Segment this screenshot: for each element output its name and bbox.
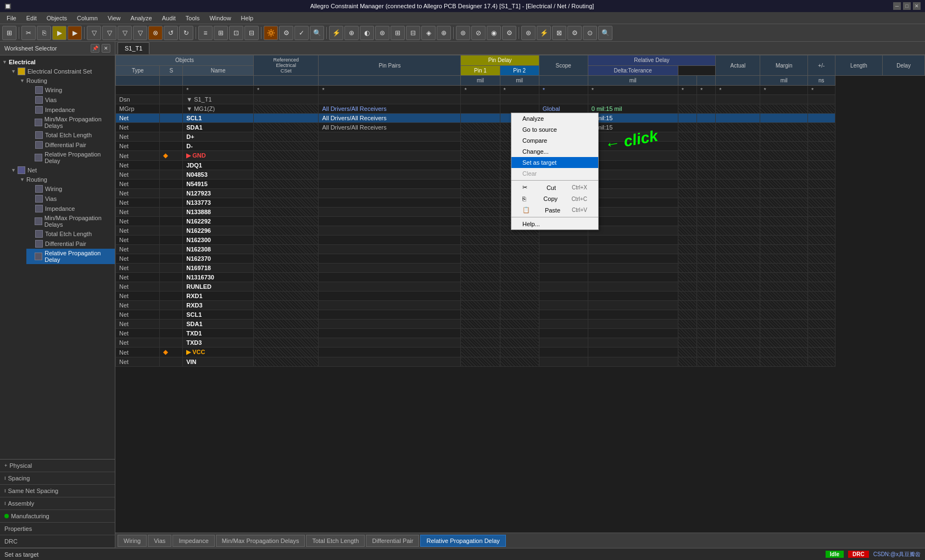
toolbar-extra-17[interactable]: ⊙ — [583, 26, 597, 40]
toolbar-highlight[interactable]: 🔆 — [264, 26, 278, 40]
menu-file[interactable]: File — [2, 14, 21, 23]
tree-net-relprop[interactable]: Relative Propagation Delay — [26, 249, 115, 264]
ctx-compare[interactable]: Compare — [511, 135, 598, 146]
tree-net[interactable]: ▼ Net — [9, 165, 115, 175]
toolbar-extra-9[interactable]: ⊛ — [456, 26, 470, 40]
menu-analyze[interactable]: Analyze — [126, 14, 157, 23]
toolbar-flag-orange[interactable]: ▶ — [68, 26, 82, 40]
table-row[interactable]: NetN162370 — [116, 254, 925, 264]
toolbar-extra-8[interactable]: ⊕ — [437, 26, 451, 40]
table-row[interactable]: NetTXD3 — [116, 338, 925, 348]
menu-view[interactable]: View — [103, 14, 125, 23]
minimize-button[interactable]: ─ — [893, 2, 901, 10]
toolbar-extra-10[interactable]: ⊘ — [471, 26, 486, 40]
table-row[interactable]: MGrp▼ MG1(Z)All Drivers/All ReceiversGlo… — [116, 104, 925, 114]
ws-close-button[interactable]: ✕ — [102, 44, 110, 53]
toolbar-extra-5[interactable]: ⊞ — [391, 26, 405, 40]
btab-diffpair[interactable]: Differential Pair — [366, 535, 419, 547]
tree-net-wiring[interactable]: Wiring — [26, 184, 115, 194]
toolbar-home[interactable]: ⊞ — [2, 26, 16, 40]
tree-ecs-etch[interactable]: Total Etch Length — [26, 130, 115, 140]
toolbar-extra-4[interactable]: ⊛ — [375, 26, 389, 40]
toolbar-filter-4[interactable]: ▽ — [133, 26, 147, 40]
ctx-paste[interactable]: 📋 Paste Ctrl+V — [511, 204, 598, 216]
tree-ecs-vias[interactable]: Vias — [26, 95, 115, 105]
toolbar-btn-1[interactable]: ✂ — [21, 26, 36, 40]
table-row[interactable]: NetSDA1 — [116, 320, 925, 329]
toolbar-extra-14[interactable]: ⚡ — [537, 26, 551, 40]
tree-ecs-relprop[interactable]: Relative Propagation Delay — [26, 150, 115, 165]
table-row[interactable]: NetVIN — [116, 357, 925, 367]
ctx-analyze[interactable]: Analyze — [511, 113, 598, 124]
btab-impedance[interactable]: Impedance — [172, 535, 214, 547]
sidebar-cat-manufacturing[interactable]: Manufacturing — [0, 510, 115, 523]
tree-ecs-diffpair[interactable]: Differential Pair — [26, 140, 115, 150]
toolbar-extra-13[interactable]: ⊛ — [521, 26, 536, 40]
menu-audit[interactable]: Audit — [158, 14, 180, 23]
ctx-cut[interactable]: ✂ Cut Ctrl+X — [511, 182, 598, 193]
btab-vias[interactable]: Vias — [148, 535, 171, 547]
tree-net-etch[interactable]: Total Etch Length — [26, 229, 115, 239]
tree-electrical-constraint-set[interactable]: ▼ Electrical Constraint Set — [9, 66, 115, 76]
menu-window[interactable]: Window — [205, 14, 235, 23]
toolbar-extra-1[interactable]: ⚡ — [329, 26, 343, 40]
sidebar-cat-drc[interactable]: DRC — [0, 535, 115, 548]
table-row[interactable]: NetSCL1 — [116, 310, 925, 320]
sidebar-cat-properties[interactable]: Properties — [0, 523, 115, 535]
toolbar-extra-2[interactable]: ⊕ — [344, 26, 359, 40]
table-row[interactable]: Net◆▶ VCC — [116, 348, 925, 357]
context-menu[interactable]: Analyze Go to source Compare Change... S… — [511, 113, 599, 230]
toolbar-btn-4[interactable]: ↻ — [179, 26, 193, 40]
tree-net-impedance[interactable]: Impedance — [26, 204, 115, 214]
toolbar-search[interactable]: 🔍 — [310, 26, 324, 40]
tree-net-diffpair[interactable]: Differential Pair — [26, 239, 115, 249]
sidebar-cat-assembly[interactable]: I Assembly — [0, 497, 115, 510]
ctx-copy[interactable]: ⎘ Copy Ctrl+C — [511, 193, 598, 204]
toolbar-extra-6[interactable]: ⊟ — [406, 26, 420, 40]
btab-etch[interactable]: Total Etch Length — [306, 535, 365, 547]
sidebar-cat-spacing[interactable]: I Spacing — [0, 472, 115, 485]
tree-ecs-routing[interactable]: ▼ Routing — [18, 76, 115, 85]
sidebar-cat-physical[interactable]: + Physical — [0, 460, 115, 472]
ctx-help[interactable]: Help... — [511, 219, 598, 229]
table-row[interactable]: ************ — [116, 86, 925, 95]
table-row[interactable]: NetN162300 — [116, 236, 925, 245]
tree-ecs-impedance[interactable]: Impedance — [26, 105, 115, 115]
tree-net-routing[interactable]: ▼ Routing — [18, 175, 115, 184]
table-row[interactable]: NetRXD1 — [116, 292, 925, 301]
toolbar-view-4[interactable]: ⊟ — [244, 26, 259, 40]
toolbar-extra-3[interactable]: ◐ — [360, 26, 374, 40]
sidebar-cat-samenet[interactable]: I Same Net Spacing — [0, 485, 115, 497]
toolbar-filter-1[interactable]: ▽ — [87, 26, 101, 40]
toolbar-extra-11[interactable]: ◉ — [487, 26, 501, 40]
toolbar-extra-7[interactable]: ◈ — [421, 26, 436, 40]
toolbar-filter-2[interactable]: ▽ — [102, 26, 116, 40]
toolbar-extra-15[interactable]: ⊠ — [552, 26, 566, 40]
tree-section-electrical[interactable]: ▼ Electrical — [0, 58, 115, 66]
toolbar-filter-5[interactable]: ⊗ — [148, 26, 163, 40]
table-row[interactable]: NetN162308 — [116, 245, 925, 254]
toolbar-flag-yellow[interactable]: ▶ — [52, 26, 66, 40]
toolbar-filter-3[interactable]: ▽ — [118, 26, 132, 40]
tree-ecs-minmax[interactable]: Min/Max Propagation Delays — [26, 115, 115, 130]
menu-edit[interactable]: Edit — [22, 14, 41, 23]
menu-help[interactable]: Help — [237, 14, 258, 23]
tree-net-vias[interactable]: Vias — [26, 194, 115, 204]
btab-wiring[interactable]: Wiring — [118, 535, 147, 547]
toolbar-check[interactable]: ✓ — [294, 26, 309, 40]
menu-objects[interactable]: Objects — [42, 14, 71, 23]
btab-minmax[interactable]: Min/Max Propagation Delays — [216, 535, 305, 547]
toolbar-extra-12[interactable]: ⚙ — [502, 26, 516, 40]
tree-net-minmax[interactable]: Min/Max Propagation Delays — [26, 214, 115, 229]
ctx-goto-source[interactable]: Go to source — [511, 124, 598, 135]
menu-column[interactable]: Column — [73, 14, 102, 23]
toolbar-extra-18[interactable]: 🔍 — [598, 26, 612, 40]
table-row[interactable]: NetTXD1 — [116, 329, 925, 338]
toolbar-btn-2[interactable]: ⎘ — [37, 26, 51, 40]
tree-ecs-wiring[interactable]: Wiring — [26, 85, 115, 95]
btab-relprop[interactable]: Relative Propagation Delay — [420, 535, 505, 547]
toolbar-view-2[interactable]: ⊞ — [214, 26, 228, 40]
toolbar-extra-16[interactable]: ⚙ — [567, 26, 582, 40]
toolbar-view-3[interactable]: ⊡ — [229, 26, 243, 40]
toolbar-btn-3[interactable]: ↺ — [164, 26, 178, 40]
